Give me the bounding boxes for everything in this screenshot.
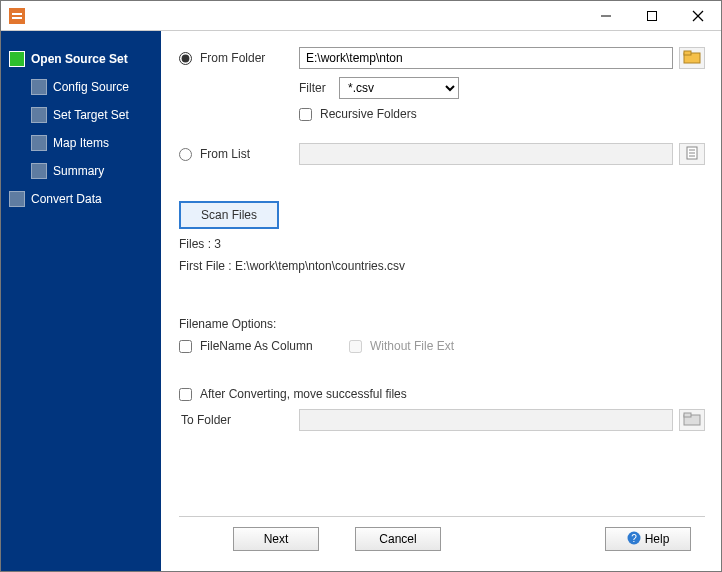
without-file-ext-checkbox: Without File Ext	[349, 339, 454, 353]
svg-rect-0	[9, 8, 25, 24]
close-button[interactable]	[675, 1, 721, 31]
browse-to-folder-button[interactable]	[679, 409, 705, 431]
sidebar-item-label: Open Source Set	[31, 52, 128, 66]
app-icon	[9, 8, 25, 24]
maximize-button[interactable]	[629, 1, 675, 31]
without-file-ext-label: Without File Ext	[370, 339, 454, 353]
sidebar-item-label: Set Target Set	[53, 108, 129, 122]
sidebar-item-summary[interactable]: Summary	[31, 163, 157, 179]
sidebar-item-label: Map Items	[53, 136, 109, 150]
to-folder-input	[299, 409, 673, 431]
filter-select[interactable]: *.csv	[339, 77, 459, 99]
recursive-folders-input[interactable]	[299, 108, 312, 121]
without-file-ext-input	[349, 340, 362, 353]
step-marker-icon	[9, 51, 25, 67]
browse-list-button[interactable]	[679, 143, 705, 165]
after-converting-checkbox[interactable]: After Converting, move successful files	[179, 387, 407, 401]
footer-bar: Next Cancel ? Help	[179, 516, 705, 561]
minimize-button[interactable]	[583, 1, 629, 31]
cancel-button[interactable]: Cancel	[355, 527, 441, 551]
sidebar-item-label: Convert Data	[31, 192, 102, 206]
from-list-label: From List	[200, 147, 250, 161]
file-icon	[685, 146, 699, 163]
list-path-input	[299, 143, 673, 165]
first-file-label: First File : E:\work\temp\nton\countries…	[179, 259, 405, 273]
filename-options-heading: Filename Options:	[179, 317, 276, 331]
svg-rect-1	[12, 13, 22, 15]
files-count-label: Files : 3	[179, 237, 221, 251]
sidebar-item-set-target-set[interactable]: Set Target Set	[31, 107, 157, 123]
next-button[interactable]: Next	[233, 527, 319, 551]
after-converting-label: After Converting, move successful files	[200, 387, 407, 401]
sidebar-item-convert-data[interactable]: Convert Data	[9, 191, 157, 207]
wizard-sidebar: Open Source Set Config Source Set Target…	[1, 31, 161, 571]
main-panel: From Folder Filter *.csv	[161, 31, 721, 571]
step-marker-icon	[31, 79, 47, 95]
folder-icon	[684, 50, 700, 67]
help-label: Help	[645, 532, 670, 546]
from-folder-label: From Folder	[200, 51, 265, 65]
svg-text:?: ?	[631, 533, 637, 544]
sidebar-item-config-source[interactable]: Config Source	[31, 79, 157, 95]
step-marker-icon	[31, 135, 47, 151]
filename-as-column-input[interactable]	[179, 340, 192, 353]
folder-icon	[684, 412, 700, 429]
from-list-radio[interactable]: From List	[179, 147, 299, 161]
filename-as-column-label: FileName As Column	[200, 339, 313, 353]
step-marker-icon	[31, 163, 47, 179]
help-button[interactable]: ? Help	[605, 527, 691, 551]
recursive-folders-checkbox[interactable]: Recursive Folders	[299, 107, 417, 121]
scan-files-button[interactable]: Scan Files	[179, 201, 279, 229]
sidebar-item-open-source-set[interactable]: Open Source Set	[9, 51, 157, 67]
after-converting-input[interactable]	[179, 388, 192, 401]
from-list-radio-input[interactable]	[179, 148, 192, 161]
help-icon: ?	[627, 531, 641, 548]
from-folder-radio-input[interactable]	[179, 52, 192, 65]
titlebar	[1, 1, 721, 31]
app-window: Open Source Set Config Source Set Target…	[0, 0, 722, 572]
sidebar-item-label: Config Source	[53, 80, 129, 94]
svg-rect-4	[648, 11, 657, 20]
browse-folder-button[interactable]	[679, 47, 705, 69]
step-marker-icon	[31, 107, 47, 123]
svg-rect-8	[684, 51, 691, 55]
folder-path-input[interactable]	[299, 47, 673, 69]
sidebar-item-map-items[interactable]: Map Items	[31, 135, 157, 151]
svg-rect-2	[12, 17, 22, 19]
filter-label: Filter	[299, 81, 339, 95]
recursive-folders-label: Recursive Folders	[320, 107, 417, 121]
filename-as-column-checkbox[interactable]: FileName As Column	[179, 339, 349, 353]
sidebar-item-label: Summary	[53, 164, 104, 178]
svg-rect-14	[684, 413, 691, 417]
step-marker-icon	[9, 191, 25, 207]
to-folder-label: To Folder	[179, 413, 299, 427]
from-folder-radio[interactable]: From Folder	[179, 51, 299, 65]
